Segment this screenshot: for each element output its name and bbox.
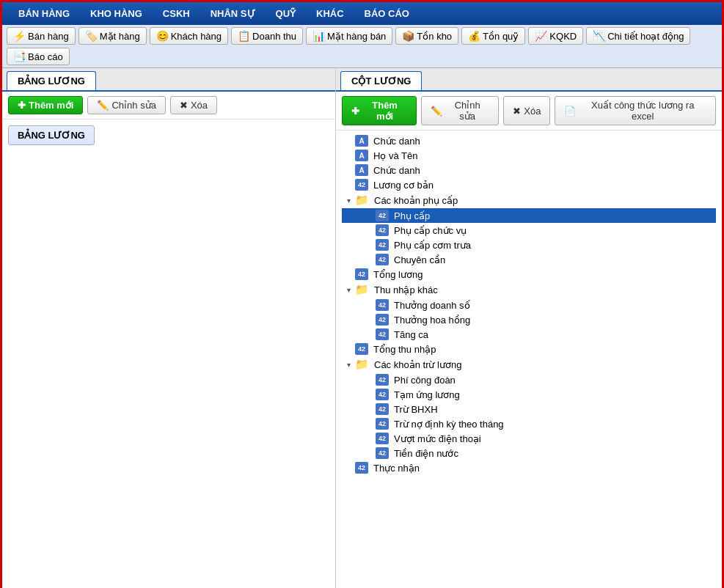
toolbar: ⚡ Bán hàng 🏷️ Mặt hàng 😊 Khách hàng 📋 Do… (2, 25, 722, 68)
tree-item-label: Thu nhập khác (374, 284, 438, 295)
plus-icon: ✚ (351, 106, 359, 117)
type-42-icon: 42 (355, 462, 368, 474)
toolbar-mat-hang-ban[interactable]: 📊 Mặt hàng bán (306, 27, 392, 45)
tree-item-6[interactable]: 42Phụ cấp (342, 208, 716, 223)
toolbar-ban-hang[interactable]: ⚡ Bán hàng (7, 27, 76, 45)
tree-item-16[interactable]: ▾📁Các khoản trừ lương (342, 356, 716, 372)
tree-item-label: Các khoản phụ cấp (374, 195, 458, 206)
right-edit-button[interactable]: ✏️ Chỉnh sửa (421, 96, 499, 125)
plus-icon: ✚ (18, 100, 26, 111)
revenue-icon: 📋 (238, 30, 250, 42)
report-icon: 📑 (13, 51, 26, 62)
tree-item-label: Chuyên cần (394, 254, 445, 265)
toolbar-kqkd[interactable]: 📈 KQKD (528, 27, 583, 45)
tree-item-label: Trừ BHXH (394, 404, 438, 415)
tree-item-21[interactable]: 42Vượt mức điện thoại (342, 431, 716, 446)
fund-icon: 💰 (468, 30, 480, 42)
toggle-icon[interactable]: ▾ (344, 196, 353, 205)
sales-icon: 📊 (312, 30, 325, 42)
tab-cot-luong[interactable]: CỘT LƯƠNG (340, 71, 422, 90)
nav-khac[interactable]: KHÁC (306, 2, 354, 25)
tag-icon: 🏷️ (85, 30, 98, 42)
type-42-icon: 42 (355, 179, 368, 191)
toggle-icon[interactable]: ▾ (344, 361, 353, 369)
left-add-button[interactable]: ✚ Thêm mới (8, 96, 83, 114)
tree-item-23[interactable]: 42Thực nhận (342, 460, 716, 475)
type-42-icon: 42 (376, 328, 389, 340)
tree-item-12[interactable]: 42Thưởng doanh số (342, 298, 716, 312)
nav-ban-hang[interactable]: BÁN HÀNG (8, 2, 80, 25)
tree-item-label: Trừ nợ định kỳ theo tháng (394, 419, 504, 430)
tree-item-label: Lương cơ bản (373, 180, 434, 191)
tree-item-20[interactable]: 42Trừ nợ định kỳ theo tháng (342, 416, 716, 431)
left-edit-button[interactable]: ✏️ Chỉnh sửa (87, 96, 165, 114)
tree-item-7[interactable]: 42Phụ cấp chức vụ (342, 223, 716, 238)
type-a-icon: A (355, 150, 368, 161)
folder-icon: 📁 (355, 283, 369, 296)
nav-bao-cao[interactable]: BÁO CÁO (354, 2, 420, 25)
left-delete-button[interactable]: ✖ Xóa (170, 96, 217, 114)
tree-item-17[interactable]: 42Phí công đoàn (342, 372, 716, 387)
tree-item-3[interactable]: AChức danh (342, 163, 716, 177)
tree-item-label: Phụ cấp cơm trưa (394, 240, 471, 251)
bang-luong-item[interactable]: BẢNG LƯƠNG (8, 125, 95, 145)
type-42-icon: 42 (376, 374, 389, 386)
export-icon: 📄 (564, 106, 576, 117)
tree-item-label: Tăng ca (394, 329, 428, 340)
inventory-icon: 📦 (402, 30, 414, 42)
tree-item-9[interactable]: 42Chuyên cần (342, 252, 716, 267)
toolbar-mat-hang[interactable]: 🏷️ Mặt hàng (78, 27, 147, 45)
toggle-icon[interactable]: ▾ (344, 286, 353, 294)
type-a-icon: A (355, 164, 368, 176)
tree-item-2[interactable]: AHọ và Tên (342, 148, 716, 163)
right-panel-tab-bar: CỘT LƯƠNG (336, 68, 722, 92)
type-42-icon: 42 (355, 343, 368, 355)
folder-icon: 📁 (355, 358, 369, 371)
nav-nhan-su[interactable]: NHÂN SỰ (200, 2, 266, 25)
tree-container: AChức danhAHọ và TênAChức danh42Lương cơ… (336, 131, 722, 588)
tree-item-14[interactable]: 42Tăng ca (342, 327, 716, 342)
nav-quy[interactable]: QUỸ (266, 2, 307, 25)
nav-cskh[interactable]: CSKH (153, 2, 200, 25)
tree-item-label: Phí công đoàn (394, 375, 456, 386)
toolbar-ton-quy[interactable]: 💰 Tồn quỹ (461, 27, 525, 45)
type-42-icon: 42 (376, 418, 389, 430)
type-42-icon: 42 (376, 224, 389, 236)
tree-item-label: Thưởng doanh số (394, 300, 470, 311)
export-button[interactable]: 📄 Xuất công thức lương ra excel (555, 96, 716, 125)
tree-item-13[interactable]: 42Thưởng hoa hồng (342, 312, 716, 327)
tree-item-label: Họ và Tên (373, 150, 418, 161)
delete-icon: ✖ (180, 100, 188, 111)
toolbar-ton-kho[interactable]: 📦 Tồn kho (395, 27, 458, 45)
type-42-icon: 42 (376, 389, 389, 400)
right-add-button[interactable]: ✚ Thêm mới (342, 96, 417, 125)
folder-icon: 📁 (355, 194, 369, 207)
tree-item-8[interactable]: 42Phụ cấp cơm trưa (342, 238, 716, 252)
type-42-icon: 42 (376, 239, 389, 251)
left-panel-buttons: ✚ Thêm mới ✏️ Chỉnh sửa ✖ Xóa (2, 92, 335, 120)
tree-item-18[interactable]: 42Tạm ứng lương (342, 387, 716, 402)
type-42-icon: 42 (376, 447, 389, 459)
left-panel-content: BẢNG LƯƠNG (2, 120, 335, 151)
tree-item-1[interactable]: AChức danh (342, 133, 716, 148)
tree-item-10[interactable]: 42Tổng lương (342, 267, 716, 282)
tree-item-22[interactable]: 42Tiền điện nước (342, 446, 716, 460)
right-delete-button[interactable]: ✖ Xóa (503, 96, 550, 125)
toolbar-chi-tiet[interactable]: 📉 Chi tiết hoạt động (586, 27, 690, 45)
tree-item-5[interactable]: ▾📁Các khoản phụ cấp (342, 192, 716, 208)
tab-bang-luong[interactable]: BẢNG LƯƠNG (7, 71, 96, 90)
tree-item-label: Phụ cấp (394, 210, 430, 221)
left-panel: BẢNG LƯƠNG ✚ Thêm mới ✏️ Chỉnh sửa ✖ Xóa… (2, 68, 336, 588)
tree-item-label: Thưởng hoa hồng (394, 315, 470, 326)
nav-kho-hang[interactable]: KHO HÀNG (80, 2, 153, 25)
toolbar-doanh-thu[interactable]: 📋 Doanh thu (231, 27, 303, 45)
tree-item-11[interactable]: ▾📁Thu nhập khác (342, 282, 716, 298)
toolbar-bao-cao[interactable]: 📑 Báo cáo (7, 48, 70, 65)
tree-item-4[interactable]: 42Lương cơ bản (342, 177, 716, 192)
tree-item-15[interactable]: 42Tổng thu nhập (342, 342, 716, 356)
tree-item-19[interactable]: 42Trừ BHXH (342, 402, 716, 416)
main-area: BẢNG LƯƠNG ✚ Thêm mới ✏️ Chỉnh sửa ✖ Xóa… (2, 68, 722, 588)
delete-icon: ✖ (513, 106, 521, 117)
type-42-icon: 42 (376, 314, 389, 326)
toolbar-khach-hang[interactable]: 😊 Khách hàng (150, 27, 228, 45)
